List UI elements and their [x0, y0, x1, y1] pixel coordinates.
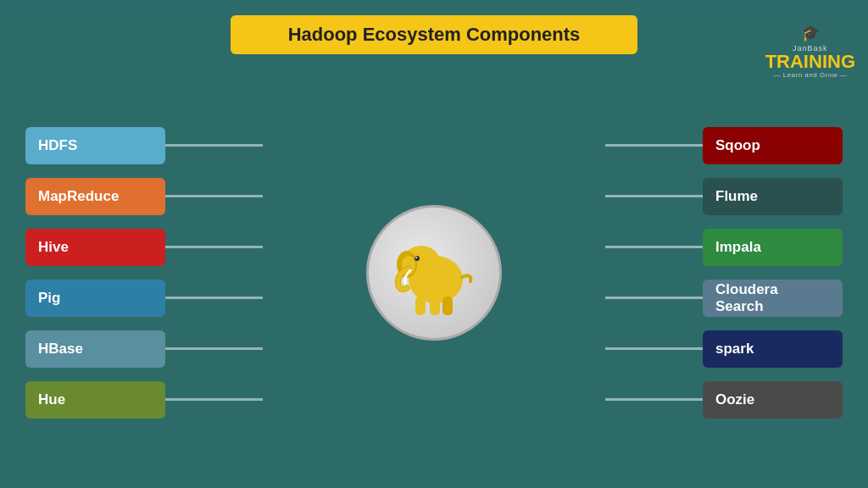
right-item-cloudera: Cloudera Search [605, 276, 843, 320]
label-cloudera: Cloudera Search [703, 280, 843, 317]
line-pig [165, 297, 263, 299]
logo: 🎓 JanBask TRAINING — Learn and Grow — [765, 24, 855, 79]
left-item-pig: Pig [25, 276, 263, 320]
label-hue: Hue [25, 381, 165, 419]
right-item-oozie: Oozie [605, 378, 843, 422]
logo-ing: ING [822, 51, 855, 72]
line-spark [605, 347, 703, 350]
line-flume [605, 195, 703, 197]
logo-training: TRAINING [765, 53, 855, 71]
left-item-hue: Hue [25, 378, 263, 422]
label-hive: Hive [25, 229, 165, 266]
left-item-hdfs: HDFS [25, 124, 263, 168]
svg-point-4 [415, 256, 420, 261]
logo-icon: 🎓 [765, 24, 855, 42]
line-hive [165, 246, 263, 248]
left-item-hbase: HBase [25, 327, 263, 371]
label-spark: spark [703, 330, 843, 368]
right-column: Sqoop Flume Impala Cloudera Search spark… [605, 124, 843, 422]
logo-train: TRAIN [765, 51, 822, 72]
content-area: HDFS MapReduce Hive Pig HBase Hue [0, 58, 868, 474]
svg-point-5 [415, 257, 417, 258]
elephant-circle [366, 205, 502, 341]
line-hdfs [165, 144, 263, 147]
right-item-flume: Flume [605, 175, 843, 219]
label-oozie: Oozie [703, 381, 843, 419]
label-hbase: HBase [25, 330, 165, 368]
right-item-impala: Impala [605, 225, 843, 269]
label-pig: Pig [25, 280, 165, 317]
label-flume: Flume [703, 178, 843, 215]
label-sqoop: Sqoop [703, 127, 843, 164]
logo-tagline: — Learn and Grow — [765, 71, 855, 79]
label-hdfs: HDFS [25, 127, 165, 164]
right-item-sqoop: Sqoop [605, 124, 843, 168]
label-impala: Impala [703, 229, 843, 266]
left-item-mapreduce: MapReduce [25, 175, 263, 219]
svg-rect-8 [442, 297, 453, 315]
center-elephant [358, 205, 510, 341]
left-column: HDFS MapReduce Hive Pig HBase Hue [25, 124, 263, 422]
title-box: Hadoop Ecosystem Components [231, 15, 637, 54]
label-mapreduce: MapReduce [25, 178, 165, 215]
line-sqoop [605, 144, 703, 147]
line-mapreduce [165, 195, 263, 197]
left-item-hive: Hive [25, 225, 263, 269]
line-hbase [165, 347, 263, 350]
line-impala [605, 246, 703, 248]
svg-rect-6 [415, 297, 426, 315]
line-hue [165, 398, 263, 401]
svg-rect-7 [430, 297, 440, 315]
main-container: 🎓 JanBask TRAINING — Learn and Grow — Ha… [0, 15, 868, 488]
line-oozie [605, 398, 703, 401]
right-item-spark: spark [605, 327, 843, 371]
line-cloudera [605, 297, 703, 299]
hadoop-elephant-icon [383, 222, 485, 324]
page-title: Hadoop Ecosystem Components [256, 24, 612, 46]
